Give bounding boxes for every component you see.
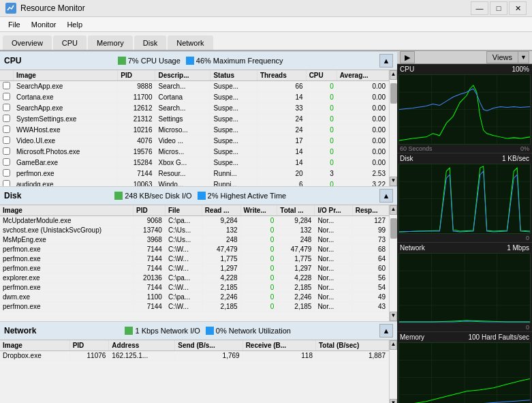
row-checkbox[interactable] [0,125,14,136]
cpu-col-cpu[interactable]: CPU [306,70,337,81]
disk-scrollbar[interactable]: ▲ ▼ [389,205,397,321]
table-row[interactable]: dwm.exe 1100 C:\pa... 2,246 0 2,246 Nor.… [0,293,389,302]
cpu-row-avg: 0.00 [337,103,388,114]
tab-cpu[interactable]: CPU [53,35,87,50]
network-section-header[interactable]: Network 1 Kbps Network I/O 0% Network Ut… [0,321,397,340]
cpu-row-image: audiodg.exe [14,179,118,187]
disk-col-write[interactable]: Write... [240,205,277,216]
table-row[interactable]: explorer.exe 20136 C:\pa... 4,228 0 4,22… [0,273,389,283]
disk-table-container[interactable]: Image PID File Read ... Write... Total .… [0,205,389,321]
close-button[interactable]: ✕ [509,1,527,15]
net-col-total[interactable]: Total (B/sec) [315,340,388,351]
cpu-section-header[interactable]: CPU 7% CPU Usage 46% Maximum Frequency ▲ [0,51,397,70]
table-row[interactable]: GameBar.exe 15284 Xbox G... Suspe... 14 … [0,158,389,168]
network-scrollbar[interactable]: ▲ ▼ [389,340,397,403]
tab-overview[interactable]: Overview [3,35,52,50]
row-checkbox[interactable] [0,81,14,92]
disk-col-file[interactable]: File [165,205,202,216]
disk-section-header[interactable]: Disk 248 KB/sec Disk I/O 2% Highest Acti… [0,186,397,205]
net-col-addr[interactable]: Address [109,340,175,351]
cpu-scrollbar[interactable]: ▲ ▼ [389,70,397,186]
cpu-row-cpu: 0 [306,114,337,125]
cpu-col-status[interactable]: Status [210,70,257,81]
disk-col-pid[interactable]: PID [134,205,166,216]
row-checkbox[interactable] [0,158,14,168]
tab-memory[interactable]: Memory [88,35,133,50]
row-checkbox[interactable] [0,168,14,179]
row-checkbox[interactable] [0,147,14,158]
disk-expand-btn[interactable]: ▲ [379,189,393,203]
row-checkbox[interactable] [0,114,14,125]
disk-scroll-down[interactable]: ▼ [390,312,397,321]
views-dropdown-btn[interactable]: ▼ [518,51,529,63]
net-col-image[interactable]: Image [0,340,69,351]
network-table-container[interactable]: Image PID Address Send (B/s... Receive (… [0,340,389,403]
table-row[interactable]: perfmon.exe 7144 C:\W... 2,185 0 2,185 N… [0,302,389,312]
disk-col-read[interactable]: Read ... [202,205,240,216]
disk-scroll-thumb[interactable] [390,218,397,239]
disk-row-read: 2,185 [202,283,240,293]
table-row[interactable]: perfmon.exe 7144 C:\W... 1,775 0 1,775 N… [0,254,389,264]
table-row[interactable]: svchost.exe (UnistackSvcGroup) 13740 C:\… [0,226,389,235]
disk-col-total[interactable]: Total ... [277,205,315,216]
tab-network[interactable]: Network [168,35,213,50]
table-row[interactable]: audiodg.exe 10063 Windo... Runni... 6 0 … [0,179,389,187]
table-row[interactable]: Cortana.exe 11700 Cortana Suspe... 14 0 … [0,92,389,103]
net-col-pid[interactable]: PID [69,340,109,351]
tab-disk[interactable]: Disk [134,35,166,50]
table-row[interactable]: perfmon.exe 7144 Resour... Runni... 20 3… [0,168,389,179]
table-row[interactable]: Microsoft.Photos.exe 19576 Micros... Sus… [0,147,389,158]
table-row[interactable]: McUpdaterModule.exe 9068 C:\pa... 9,284 … [0,216,389,226]
disk-col-resp[interactable]: Resp... [352,205,388,216]
row-checkbox[interactable] [0,179,14,187]
cpu-scroll-thumb[interactable] [390,83,397,104]
disk-col-image[interactable]: Image [0,205,134,216]
cpu-scroll-down[interactable]: ▼ [390,177,397,186]
right-panel-arrow-btn[interactable]: ▶ [400,51,415,63]
menu-monitor[interactable]: Monitor [26,19,62,30]
table-row[interactable]: MsMpEng.exe 3968 C:\Us... 248 0 248 Nor.… [0,235,389,245]
cpu-col-image[interactable]: Image [14,70,118,81]
table-row[interactable]: perfmon.exe 7144 C:\W... 2,185 0 2,185 N… [0,283,389,293]
disk-scroll-up[interactable]: ▲ [390,205,397,215]
table-row[interactable]: perfmon.exe 7144 C:\W... 47,479 0 47,479… [0,245,389,254]
net-col-recv[interactable]: Receive (B... [242,340,315,351]
cpu-col-avg[interactable]: Averag... [337,70,388,81]
menu-file[interactable]: File [3,19,26,30]
cpu-scroll-up[interactable]: ▲ [390,70,397,80]
cpu-col-pid[interactable]: PID [118,70,155,81]
network-expand-btn[interactable]: ▲ [379,324,393,338]
row-checkbox[interactable] [0,103,14,114]
net-scroll-down[interactable]: ▼ [390,399,397,403]
cpu-row-avg: 0.00 [337,147,388,158]
row-checkbox[interactable] [0,136,14,147]
cpu-row-threads: 24 [257,125,306,136]
table-row[interactable]: SearchApp.exe 9888 Search... Suspe... 66… [0,81,389,92]
table-row[interactable]: SystemSettings.exe 21312 Settings Suspe.… [0,114,389,125]
cpu-col-threads[interactable]: Threads [257,70,306,81]
table-row[interactable]: SearchApp.exe 12612 Search... Suspe... 3… [0,103,389,114]
row-checkbox[interactable] [0,92,14,103]
maximize-button[interactable]: □ [490,1,507,15]
table-row[interactable]: Video.UI.exe 4076 Video ... Suspe... 17 … [0,136,389,147]
views-button[interactable]: Views [486,51,518,63]
table-row[interactable]: Dropbox.exe 11076 162.125.1... 1,769 118… [0,351,389,361]
disk-col-io[interactable]: I/O Pr... [315,205,352,216]
minimize-button[interactable]: — [471,1,488,15]
disk-section: Disk 248 KB/sec Disk I/O 2% Highest Acti… [0,186,397,321]
cpu-row-avg: 0.00 [337,92,388,103]
net-scroll-up[interactable]: ▲ [390,340,397,350]
net-col-send[interactable]: Send (B/s... [175,340,242,351]
cpu-table-container[interactable]: Image PID Descrip... Status Threads CPU … [0,70,389,186]
table-row[interactable]: WWAHost.exe 10216 Microso... Suspe... 24… [0,125,389,136]
disk-row-io: Nor... [315,302,352,312]
disk-row-write: 0 [240,283,277,293]
cpu-expand-btn[interactable]: ▲ [379,54,393,68]
disk-title: Disk [4,191,21,200]
disk-row-resp: 60 [352,264,388,273]
menu-help[interactable]: Help [61,19,88,30]
cpu-col-desc[interactable]: Descrip... [155,70,210,81]
disk-stat-label-1: 248 KB/sec Disk I/O [125,192,191,200]
table-row[interactable]: perfmon.exe 7144 C:\W... 1,297 0 1,297 N… [0,264,389,273]
cpu-row-pid: 9888 [118,81,155,92]
